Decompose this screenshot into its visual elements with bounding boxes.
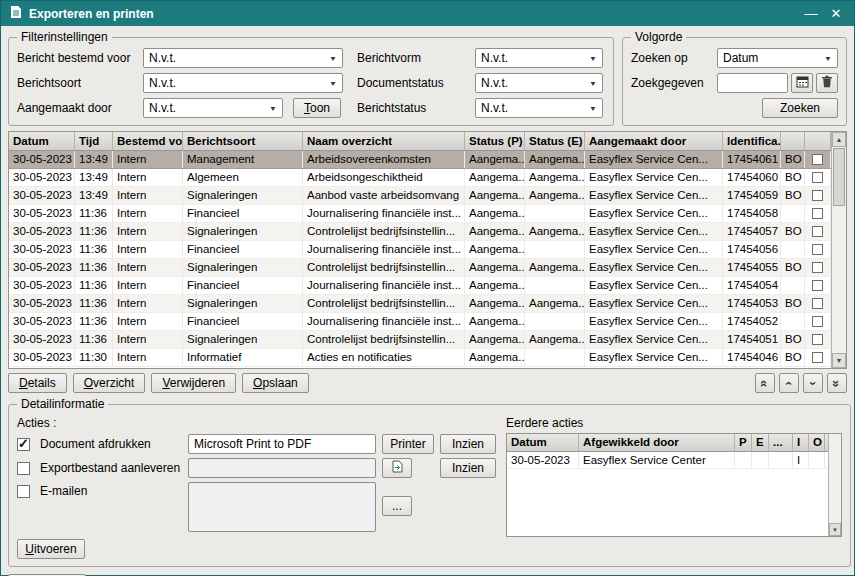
- column-header[interactable]: P: [735, 434, 752, 451]
- table-row[interactable]: 30-05-202311:36InternFinancieelJournalis…: [9, 313, 831, 331]
- row-checkbox-cell: [805, 259, 831, 276]
- overzicht-button[interactable]: Overzicht: [73, 373, 146, 393]
- column-header[interactable]: [781, 132, 805, 150]
- table-scrollbar[interactable]: ▲ ▼: [831, 132, 846, 368]
- cell-naam: Controlelijst bedrijfsinstellin...: [303, 295, 465, 312]
- column-header[interactable]: Afgewikkeld door: [579, 434, 735, 451]
- exportbestand-input[interactable]: [188, 458, 376, 478]
- eerdere-acties-scrollbar[interactable]: ▼: [828, 434, 841, 536]
- close-button[interactable]: ✕: [827, 6, 845, 21]
- scroll-up-button[interactable]: ▲: [832, 132, 846, 147]
- document-afdrukken-checkbox[interactable]: [17, 438, 30, 451]
- uitvoeren-button[interactable]: Uitvoeren: [17, 539, 85, 559]
- minimize-button[interactable]: —: [802, 6, 820, 21]
- column-header[interactable]: O: [809, 434, 825, 451]
- row-checkbox[interactable]: [812, 244, 823, 255]
- inzien-print-button[interactable]: Inzien: [440, 434, 496, 454]
- cell-aangemaakt_door: Easyflex Service Cen...: [585, 313, 723, 330]
- column-header[interactable]: ...: [769, 434, 793, 451]
- row-checkbox[interactable]: [812, 172, 823, 183]
- row-checkbox[interactable]: [812, 208, 823, 219]
- aangemaakt-door-select[interactable]: N.v.t.▼: [143, 98, 283, 118]
- table-row[interactable]: 30-05-202311:36InternSignaleringenContro…: [9, 259, 831, 277]
- cell-tijd: 11:36: [75, 223, 113, 240]
- column-header[interactable]: E: [752, 434, 769, 451]
- table-row[interactable]: 30-05-202313:49InternAlgemeenArbeidsonge…: [9, 169, 831, 187]
- column-header[interactable]: Datum: [9, 132, 75, 150]
- column-header[interactable]: Berichtsoort: [183, 132, 303, 150]
- column-header[interactable]: Aangemaakt door: [585, 132, 723, 150]
- export-file-button[interactable]: [382, 458, 412, 478]
- cell-datum: 30-05-2023: [9, 151, 75, 168]
- bestemd-voor-select[interactable]: N.v.t.▼: [143, 48, 343, 68]
- berichtstatus-select[interactable]: N.v.t.▼: [475, 98, 603, 118]
- eerdere-acties-row[interactable]: 30-05-2023Easyflex Service CenterI: [507, 452, 828, 469]
- column-header[interactable]: Datum: [507, 434, 579, 451]
- column-header[interactable]: Bestemd voor: [113, 132, 183, 150]
- eerdere-scroll-down-button[interactable]: ▼: [829, 523, 841, 536]
- zoekgegeven-input[interactable]: [717, 73, 788, 93]
- emailen-checkbox[interactable]: [17, 485, 30, 498]
- jump-last-button[interactable]: »: [827, 373, 847, 393]
- table-row[interactable]: 30-05-202311:36InternSignaleringenContro…: [9, 223, 831, 241]
- calendar-icon: [796, 75, 809, 91]
- scroll-down-button[interactable]: ▼: [832, 353, 846, 368]
- cell-tijd: 11:36: [75, 205, 113, 222]
- cell-aangemaakt_door: Easyflex Service Cen...: [585, 205, 723, 222]
- row-checkbox[interactable]: [812, 226, 823, 237]
- table-row[interactable]: 30-05-202311:30InternInformatiefActies e…: [9, 349, 831, 367]
- row-checkbox[interactable]: [812, 334, 823, 345]
- scroll-track[interactable]: [832, 147, 846, 353]
- table-row[interactable]: 30-05-202313:49InternManagementArbeidsov…: [9, 151, 831, 169]
- details-button[interactable]: Details: [8, 373, 67, 393]
- row-checkbox[interactable]: [812, 262, 823, 273]
- eerdere-acties-panel: Eerdere acties DatumAfgewikkeld doorPE..…: [506, 415, 842, 559]
- browse-button[interactable]: ...: [382, 496, 412, 516]
- table-row[interactable]: 30-05-202311:36InternFinancieelJournalis…: [9, 277, 831, 295]
- zoekgegeven-label: Zoekgegeven: [631, 76, 717, 90]
- column-header[interactable]: Status (P): [465, 132, 525, 150]
- toon-button[interactable]: Toon: [293, 98, 341, 118]
- berichtsoort-select[interactable]: N.v.t.▼: [143, 73, 343, 93]
- scroll-thumb[interactable]: [833, 148, 845, 206]
- documentstatus-select[interactable]: N.v.t.▼: [475, 73, 603, 93]
- zoeken-button[interactable]: Zoeken: [762, 98, 838, 118]
- column-header[interactable]: Tijd: [75, 132, 113, 150]
- inzien-export-button[interactable]: Inzien: [440, 458, 496, 478]
- jump-first-button[interactable]: «: [755, 373, 775, 393]
- column-header[interactable]: Status (E): [525, 132, 585, 150]
- row-checkbox[interactable]: [812, 154, 823, 165]
- zoeken-op-select[interactable]: Datum▼: [717, 48, 838, 68]
- cell-datum: 30-05-2023: [9, 277, 75, 294]
- cell-datum: 30-05-2023: [9, 331, 75, 348]
- column-header[interactable]: I: [793, 434, 809, 451]
- row-checkbox[interactable]: [812, 190, 823, 201]
- email-textarea[interactable]: [188, 482, 376, 532]
- printer-name-input[interactable]: Microsoft Print to PDF: [188, 434, 376, 454]
- cell-bestemd_voor: Intern: [113, 277, 183, 294]
- table-row[interactable]: 30-05-202311:36InternSignaleringenContro…: [9, 331, 831, 349]
- row-checkbox[interactable]: [812, 316, 823, 327]
- cell-identificatie: 17454053: [723, 295, 781, 312]
- delete-search-button[interactable]: [816, 73, 838, 93]
- berichtvorm-select[interactable]: N.v.t.▼: [475, 48, 603, 68]
- calendar-button[interactable]: [791, 73, 813, 93]
- table-row[interactable]: 30-05-202311:36InternFinancieelJournalis…: [9, 205, 831, 223]
- row-up-button[interactable]: ‹: [779, 373, 799, 393]
- column-header[interactable]: Identifica...: [723, 132, 781, 150]
- table-row[interactable]: 30-05-202311:36InternFinancieelJournalis…: [9, 241, 831, 259]
- table-row[interactable]: 30-05-202311:36InternSignaleringenContro…: [9, 295, 831, 313]
- row-checkbox[interactable]: [812, 352, 823, 363]
- cell-berichtsoort: Financieel: [183, 241, 303, 258]
- exportbestand-checkbox[interactable]: [17, 462, 30, 475]
- verwijderen-button[interactable]: Verwijderen: [151, 373, 236, 393]
- row-down-button[interactable]: ›: [803, 373, 823, 393]
- row-checkbox[interactable]: [812, 298, 823, 309]
- cell-status_p: Aangema...: [465, 151, 525, 168]
- column-header[interactable]: Naam overzicht: [303, 132, 465, 150]
- printer-button[interactable]: Printer: [382, 434, 434, 454]
- cell-tijd: 11:36: [75, 313, 113, 330]
- table-row[interactable]: 30-05-202313:49InternSignaleringenAanbod…: [9, 187, 831, 205]
- row-checkbox[interactable]: [812, 280, 823, 291]
- opslaan-button[interactable]: Opslaan: [242, 373, 309, 393]
